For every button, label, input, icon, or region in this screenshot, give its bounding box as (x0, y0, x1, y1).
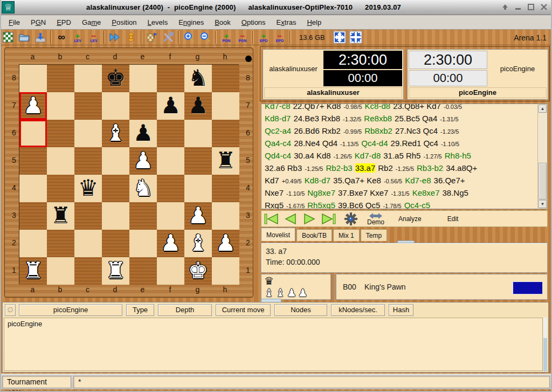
eval-token[interactable]: -1.27/5 (423, 153, 441, 160)
square-c7[interactable] (74, 92, 102, 120)
square-f2[interactable] (157, 230, 184, 257)
square-f1[interactable] (157, 257, 184, 285)
square-f3[interactable] (157, 202, 184, 230)
move-token[interactable]: Rb3-b2 (417, 163, 443, 173)
eval-token[interactable]: -1.13/5 (340, 141, 358, 147)
square-b8[interactable] (47, 65, 74, 92)
scroll-down-icon[interactable]: ▼ (539, 200, 547, 208)
eval-token[interactable]: -1.10/5 (441, 141, 459, 147)
square-c1[interactable] (74, 257, 102, 285)
go-forward-button[interactable] (301, 212, 318, 226)
square-d4[interactable] (102, 175, 129, 202)
fast-forward-icon[interactable] (107, 30, 123, 44)
eval-token[interactable]: -1.31/5 (391, 190, 409, 197)
square-e3[interactable] (129, 202, 157, 230)
square-b5[interactable] (47, 147, 74, 175)
square-a5[interactable] (19, 147, 47, 175)
square-e2[interactable] (129, 230, 157, 257)
move-token[interactable]: 39.Bc6 Qc5 (338, 201, 380, 209)
square-d7[interactable] (102, 92, 129, 120)
square-a7[interactable] (19, 92, 47, 120)
auto-play-icon[interactable] (123, 30, 139, 44)
square-g3[interactable] (184, 202, 212, 230)
engine-column-knodes-sec-[interactable]: kNodes/sec. (331, 304, 385, 316)
eval-token[interactable]: -1.67/5 (286, 203, 305, 209)
tab-book-tb[interactable]: Book/TB (296, 229, 332, 241)
engine-column-type[interactable]: Type (126, 304, 154, 316)
menu-item-extras[interactable]: Extras (271, 16, 302, 29)
go-back-button[interactable] (282, 212, 299, 226)
move-token[interactable]: Rb2 (378, 163, 393, 173)
tab-temp[interactable]: Temp (361, 229, 387, 241)
menu-item-position[interactable]: Position (106, 16, 142, 29)
eval-token[interactable]: -1.23/5 (440, 128, 459, 135)
menu-item-levels[interactable]: Levels (142, 16, 174, 29)
move-token[interactable]: Re8xb8 (364, 114, 392, 123)
eval-token[interactable]: -1.32/5 (343, 116, 361, 122)
engine-column-hash[interactable]: Hash (389, 304, 413, 316)
square-e1[interactable] (129, 257, 157, 285)
move-token[interactable]: Ke8xe7 (412, 188, 440, 197)
eval-token[interactable]: -1.25/5 (396, 166, 414, 172)
move-token[interactable]: Qc4-d4 (361, 139, 388, 148)
move-token[interactable]: 24.Be3 Rxb8 (293, 114, 340, 123)
square-d5[interactable] (102, 147, 129, 175)
save-icon[interactable] (32, 30, 49, 44)
engine-column-depth[interactable]: Depth (158, 304, 212, 316)
square-c2[interactable] (74, 230, 102, 257)
zoom-in-icon[interactable] (181, 30, 197, 44)
square-h2[interactable] (212, 230, 239, 257)
move-token[interactable]: Rh8-h5 (445, 151, 471, 160)
square-h5[interactable] (212, 147, 239, 175)
square-f8[interactable] (157, 65, 184, 92)
move-token[interactable]: Kd8-d7 (305, 176, 330, 185)
square-d2[interactable] (102, 230, 129, 257)
maximize-button[interactable] (525, 3, 537, 12)
scrollbar-thumb[interactable] (539, 163, 547, 200)
zoom-out-icon[interactable] (197, 30, 213, 44)
infinite-analysis-icon[interactable]: ∞ (53, 30, 70, 44)
move-token[interactable]: 23.Qb8+ Kd7 (393, 104, 441, 111)
move-token[interactable]: Kd8-d7 (265, 114, 291, 123)
square-h1[interactable] (212, 257, 239, 285)
move-token[interactable]: Kc8-d8 (365, 104, 391, 111)
tab-mix-1[interactable]: Mix 1 (333, 229, 360, 241)
title-bar[interactable]: ♕ alaskalinuxuser (2400) - picoEngine (2… (0, 0, 552, 15)
engine-scrollbar[interactable] (543, 318, 547, 371)
square-g2[interactable] (184, 230, 212, 257)
eval-token[interactable]: -0.03/5 (444, 104, 462, 110)
move-token[interactable]: Rh5xg5 (307, 201, 335, 209)
move-token[interactable]: Kd7-c8 (265, 104, 291, 111)
square-c6[interactable] (74, 120, 102, 147)
menu-item-epd[interactable]: EPD (51, 16, 77, 29)
square-g1[interactable] (184, 257, 212, 285)
eval-token[interactable]: -0.99/5 (343, 128, 362, 135)
epd-plus-icon[interactable]: +EPD (256, 30, 272, 44)
move-token[interactable]: 37.Bxe7 Kxe7 (338, 188, 388, 197)
move-token[interactable]: Ng8xe7 (307, 188, 335, 197)
move-token[interactable]: 27.Nc3 Qc4 (395, 126, 438, 135)
close-icon[interactable] (538, 3, 550, 12)
go-first-button[interactable] (263, 212, 280, 226)
engine-column-current-move[interactable]: Current move (216, 304, 271, 316)
square-c8[interactable] (74, 65, 102, 92)
level-minus-icon[interactable]: −LEV (86, 30, 102, 44)
square-b1[interactable] (47, 257, 74, 285)
eval-token[interactable]: -0.56/5 (384, 178, 402, 184)
minimize-button[interactable] (512, 3, 524, 12)
square-h3[interactable] (212, 202, 239, 230)
square-c4[interactable] (74, 175, 102, 202)
demo-button[interactable]: Demo (367, 212, 384, 225)
move-token[interactable]: Rb8xb2 (364, 126, 392, 135)
menu-item-file[interactable]: File (3, 16, 25, 29)
square-e4[interactable] (129, 175, 157, 202)
tools-icon[interactable] (160, 30, 176, 44)
square-a4[interactable] (19, 175, 47, 202)
menu-item-pgn[interactable]: PGN (25, 16, 51, 29)
square-g6[interactable] (184, 120, 212, 147)
square-a8[interactable] (19, 65, 47, 92)
menu-item-game[interactable]: Game (77, 16, 106, 29)
pgn-plus-icon[interactable]: +PGN (218, 30, 234, 44)
go-last-button[interactable] (320, 212, 337, 226)
edit-button[interactable]: Edit (447, 215, 459, 223)
